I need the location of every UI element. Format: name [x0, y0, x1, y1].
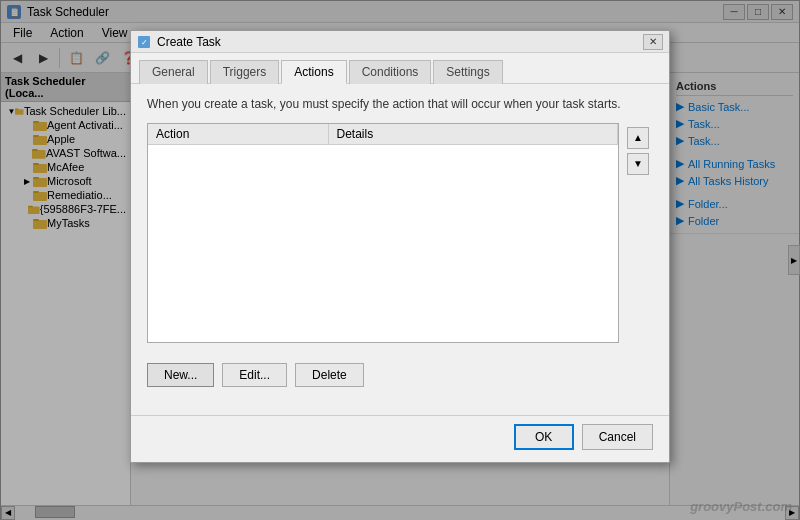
- main-window: 📋 Task Scheduler ─ □ ✕ File Action View …: [0, 0, 800, 520]
- cancel-button[interactable]: Cancel: [582, 424, 653, 450]
- dialog-title-bar: ✓ Create Task ✕: [131, 31, 669, 53]
- dialog-content: When you create a task, you must specify…: [131, 84, 669, 415]
- actions-table: Action Details: [148, 124, 618, 145]
- dialog-description: When you create a task, you must specify…: [147, 96, 653, 113]
- ok-button[interactable]: OK: [514, 424, 574, 450]
- move-down-button[interactable]: ▼: [627, 153, 649, 175]
- svg-text:✓: ✓: [141, 38, 148, 47]
- dialog-tabs: General Triggers Actions Conditions Sett…: [131, 53, 669, 84]
- edit-action-button[interactable]: Edit...: [222, 363, 287, 387]
- create-task-dialog: ✓ Create Task ✕ General Triggers Actions…: [130, 30, 670, 463]
- modal-overlay: ✓ Create Task ✕ General Triggers Actions…: [0, 0, 800, 520]
- actions-table-wrapper: Action Details: [147, 123, 619, 343]
- new-action-button[interactable]: New...: [147, 363, 214, 387]
- table-area: Action Details ▲ ▼: [147, 123, 653, 353]
- tab-conditions[interactable]: Conditions: [349, 60, 432, 84]
- task-icon: ✓: [137, 35, 151, 49]
- tab-triggers[interactable]: Triggers: [210, 60, 280, 84]
- dialog-close-button[interactable]: ✕: [643, 34, 663, 50]
- tab-general[interactable]: General: [139, 60, 208, 84]
- table-sidebar: ▲ ▼: [623, 123, 653, 353]
- delete-action-button[interactable]: Delete: [295, 363, 364, 387]
- tab-settings[interactable]: Settings: [433, 60, 502, 84]
- tab-actions[interactable]: Actions: [281, 60, 346, 84]
- action-buttons-row: New... Edit... Delete: [147, 363, 653, 387]
- move-up-button[interactable]: ▲: [627, 127, 649, 149]
- dialog-title-text: Create Task: [157, 35, 637, 49]
- dialog-icon: ✓: [137, 35, 151, 49]
- watermark: groovyPost.com: [690, 499, 792, 514]
- col-details: Details: [328, 124, 618, 145]
- dialog-footer: OK Cancel: [131, 415, 669, 462]
- col-action: Action: [148, 124, 328, 145]
